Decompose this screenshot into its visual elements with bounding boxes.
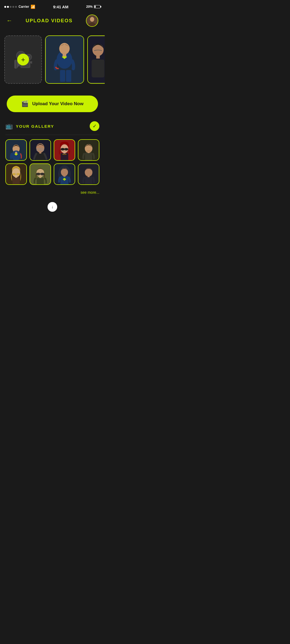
battery-label: 20% <box>86 5 93 9</box>
gallery-img-1 <box>6 140 26 160</box>
svg-point-60 <box>85 168 93 177</box>
upload-button-section: 🎬 Upload Your Video Now <box>0 89 105 119</box>
page-title: UPLOAD VIDEOS <box>26 18 73 24</box>
battery-fill <box>95 6 96 8</box>
svg-point-55 <box>61 168 68 176</box>
svg-point-49 <box>36 173 40 175</box>
back-button[interactable]: ← <box>6 17 12 24</box>
time-display: 9:41 AM <box>53 5 68 9</box>
svg-rect-45 <box>13 177 20 184</box>
svg-rect-8 <box>60 70 65 82</box>
status-right: 20% <box>86 5 100 9</box>
gallery-img-7 <box>54 164 75 184</box>
signal-dot-4 <box>12 6 14 8</box>
signal-dots <box>4 6 17 8</box>
status-left: Carrier 📶 <box>4 5 35 9</box>
gallery-img-2 <box>30 140 50 160</box>
gallery-img-8 <box>78 164 99 184</box>
carrier-label: Carrier <box>19 5 29 9</box>
svg-rect-43 <box>17 173 20 175</box>
avatar[interactable] <box>86 14 98 27</box>
svg-rect-61 <box>85 177 92 185</box>
svg-rect-34 <box>63 152 66 154</box>
gallery-section: 📺 YOUR GALLERY ✓ <box>0 119 105 199</box>
gallery-item-4[interactable] <box>78 139 99 161</box>
upload-button[interactable]: 🎬 Upload Your Video Now <box>7 96 98 112</box>
see-more-link[interactable]: see more... <box>5 189 99 199</box>
svg-rect-39 <box>88 152 90 153</box>
svg-rect-58 <box>63 175 66 177</box>
svg-point-30 <box>61 148 65 151</box>
signal-dot-1 <box>4 6 6 8</box>
svg-rect-12 <box>92 60 104 78</box>
gallery-item-1[interactable] <box>5 139 27 161</box>
battery-icon <box>94 5 100 8</box>
check-mark: ✓ <box>93 123 97 129</box>
upload-button-label: Upload Your Video Now <box>32 101 84 107</box>
svg-point-1 <box>90 17 94 22</box>
svg-rect-14 <box>96 55 100 58</box>
gallery-item-5[interactable] <box>5 163 27 185</box>
gallery-tv-icon: 📺 <box>5 123 13 130</box>
svg-rect-33 <box>61 153 68 160</box>
header: ← UPLOAD VIDEOS <box>0 12 105 31</box>
svg-point-41 <box>12 168 20 177</box>
gallery-img-4 <box>78 140 99 160</box>
svg-rect-4 <box>46 36 46 83</box>
bottom-bar: ↓ <box>0 199 105 217</box>
svg-rect-24 <box>39 152 41 154</box>
upload-camera-icon: 🎬 <box>21 100 28 107</box>
svg-rect-9 <box>66 70 71 82</box>
gallery-grid <box>5 135 99 189</box>
gallery-item-2[interactable] <box>30 139 51 161</box>
video-thumb-svg-2 <box>88 36 105 83</box>
signal-dot-3 <box>10 6 12 8</box>
svg-rect-20 <box>15 152 17 154</box>
gallery-header: 📺 YOUR GALLERY ✓ <box>5 121 99 135</box>
status-bar: Carrier 📶 9:41 AM 20% <box>0 0 105 12</box>
video-thumb-svg-1 <box>46 36 84 83</box>
svg-rect-46 <box>15 176 17 178</box>
svg-rect-42 <box>13 173 16 175</box>
video-thumbnail-2[interactable] <box>87 35 105 84</box>
svg-point-22 <box>36 143 44 152</box>
gallery-item-6[interactable] <box>30 163 51 185</box>
svg-point-6 <box>59 43 70 54</box>
signal-dot-5 <box>15 6 17 8</box>
gallery-title: YOUR GALLERY <box>16 124 86 129</box>
gallery-item-7[interactable] <box>54 163 75 185</box>
svg-rect-52 <box>37 178 44 184</box>
svg-rect-16 <box>6 140 6 160</box>
avatar-svg <box>86 15 98 26</box>
scroll-down-icon: ↓ <box>51 204 53 209</box>
svg-rect-10 <box>63 53 66 57</box>
gallery-item-3[interactable] <box>54 139 75 161</box>
gallery-item-8[interactable] <box>78 163 99 185</box>
svg-rect-62 <box>88 176 90 177</box>
add-plus-button[interactable]: + <box>17 54 29 65</box>
gallery-img-3 <box>54 140 75 160</box>
scroll-down-button[interactable]: ↓ <box>48 202 57 212</box>
gallery-img-6 <box>30 164 50 184</box>
video-thumbnail-1[interactable] <box>45 35 84 84</box>
svg-point-50 <box>40 173 44 175</box>
svg-rect-38 <box>85 153 92 160</box>
avatar-image <box>86 15 98 26</box>
gallery-img-5 <box>6 164 26 184</box>
plus-icon: + <box>21 56 25 64</box>
gallery-check-icon: ✓ <box>90 121 99 131</box>
add-video-box[interactable]: 🎥 + <box>4 35 42 84</box>
wifi-icon: 📶 <box>31 5 35 9</box>
signal-dot-2 <box>7 6 9 8</box>
video-preview-section: 🎥 + <box>0 31 105 89</box>
